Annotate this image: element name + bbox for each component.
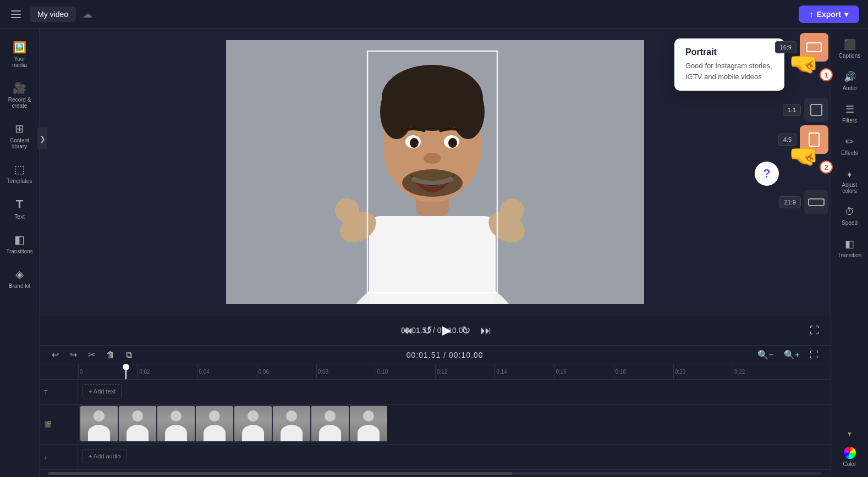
sidebar-label-your-media: Your media — [7, 56, 33, 68]
right-label-transition: Transition — [838, 252, 862, 258]
sidebar-collapse-button[interactable]: ❯ — [37, 127, 47, 149]
hamburger-button[interactable] — [9, 8, 23, 20]
video-preview — [40, 29, 831, 315]
right-item-audio[interactable]: 🔊 Audio — [833, 65, 867, 97]
video-thumb-5 — [234, 406, 272, 441]
svg-rect-2 — [369, 216, 496, 304]
zoom-in-button[interactable]: 🔍+ — [781, 347, 803, 362]
video-thumb-2 — [119, 406, 156, 441]
transitions-icon: ◧ — [14, 233, 25, 246]
content-library-icon: ⊞ — [15, 122, 24, 135]
adjust-colors-icon: ⬧ — [847, 168, 853, 180]
right-label-audio: Audio — [843, 85, 857, 91]
help-button[interactable]: ? — [755, 162, 779, 186]
redo-button[interactable]: ↪ — [67, 347, 80, 362]
sidebar-label-templates: Templates — [7, 178, 32, 184]
brand-kit-icon: ◈ — [15, 268, 24, 281]
fullscreen-button[interactable]: ⛶ — [810, 325, 820, 336]
right-sidebar-chevron-down[interactable]: ▾ — [848, 429, 851, 438]
right-label-effects: Effects — [841, 150, 858, 156]
timeline-scrollbar[interactable] — [48, 472, 822, 475]
ruler-mark-6: 0:12 — [435, 364, 495, 379]
ruler-mark-4: 0:08 — [316, 364, 376, 379]
svg-point-10 — [380, 84, 413, 139]
sidebar-item-brand-kit[interactable]: ◈ Brand kit — [2, 262, 37, 295]
export-label: Export — [817, 10, 841, 19]
svg-point-15 — [448, 138, 457, 148]
add-text-button[interactable]: + Add text — [83, 384, 122, 398]
topbar-right: ↑ Export ▾ — [799, 5, 859, 23]
audio-track-label: ♪ — [40, 445, 78, 469]
timeline-zoom-controls: 🔍− 🔍+ ⛶ — [754, 347, 822, 362]
sidebar-label-transitions: Transitions — [6, 248, 33, 254]
video-track-content — [78, 405, 831, 444]
ruler-mark-11: 0:22 — [733, 364, 792, 379]
sidebar-item-content-library[interactable]: ⊞ Contentlibrary — [2, 117, 37, 155]
ruler-mark-10: 0:20 — [673, 364, 733, 379]
timeline-area: ↩ ↪ ✂ 🗑 ⧉ 00:01.51 / 00:10.00 🔍− 🔍+ ⛶ — [40, 345, 831, 477]
ruler-mark-5: 0:10 — [376, 364, 435, 379]
video-track-icon: 🎬 — [44, 421, 52, 428]
center-area: ⏮ ↺ ▶ ↻ ⏭ 00:01.51 / 00:10.00 ⛶ ↩ ↪ ✂ 🗑 … — [40, 29, 831, 477]
sidebar-label-brand-kit: Brand kit — [9, 283, 30, 289]
ruler-mark-3: 0:06 — [257, 364, 316, 379]
project-name-button[interactable]: My video — [30, 7, 76, 22]
zoom-out-button[interactable]: 🔍− — [754, 347, 777, 362]
video-thumb-6 — [273, 406, 310, 441]
timeline-scrollbar-thumb[interactable] — [48, 472, 513, 475]
timeline-toolbar: ↩ ↪ ✂ 🗑 ⧉ 00:01.51 / 00:10.00 🔍− 🔍+ ⛶ — [40, 346, 831, 364]
sidebar-label-content-library: Contentlibrary — [10, 137, 29, 149]
right-item-color[interactable]: Color — [833, 441, 867, 473]
right-item-transition[interactable]: ◧ Transition — [833, 232, 867, 264]
effects-icon: ✏ — [845, 136, 854, 148]
filters-icon: ☰ — [845, 103, 854, 115]
captions-icon: ⬛ — [844, 38, 856, 51]
sidebar-item-record-create[interactable]: 🎥 Record &create — [2, 76, 37, 114]
right-item-effects[interactable]: ✏ Effects — [833, 130, 867, 162]
topbar-left: My video ☁ — [9, 7, 92, 22]
audio-icon: 🔊 — [844, 71, 856, 83]
right-label-captions: Captions — [839, 53, 860, 59]
video-thumb-8 — [350, 406, 387, 441]
svg-point-6 — [500, 198, 524, 223]
timeline-playhead[interactable] — [125, 364, 127, 379]
right-item-captions[interactable]: ⬛ Captions — [833, 33, 867, 64]
delete-button[interactable]: 🗑 — [103, 348, 118, 362]
undo-button[interactable]: ↩ — [48, 347, 62, 362]
right-item-adjust-colors[interactable]: ⬧ Adjustcolors — [833, 163, 867, 199]
playback-controls: ⏮ ↺ ▶ ↻ ⏭ 00:01.51 / 00:10.00 ⛶ — [40, 315, 831, 345]
video-thumb-4 — [196, 406, 233, 441]
transition-icon: ◧ — [845, 238, 854, 250]
timeline-ruler: 0 0:02 0:04 0:06 0:08 0:10 0:12 0:14 0:1… — [40, 364, 831, 380]
right-item-speed[interactable]: ⏱ Speed — [833, 201, 867, 231]
topbar: My video ☁ ↑ Export ▾ — [0, 0, 868, 29]
right-label-speed: Speed — [842, 220, 858, 226]
video-track: 🎬 — [40, 405, 831, 445]
add-audio-button[interactable]: + Add audio — [83, 449, 127, 463]
skip-to-end-button[interactable]: ⏭ — [481, 324, 492, 337]
right-label-adjust-colors: Adjustcolors — [842, 182, 858, 194]
sidebar-item-your-media[interactable]: 🖼️ Your media — [2, 35, 37, 74]
video-thumb-7 — [311, 406, 349, 441]
svg-point-16 — [424, 153, 441, 164]
audio-track-icon: ♪ — [44, 454, 47, 461]
sidebar-item-templates[interactable]: ⬚ Templates — [2, 157, 37, 190]
preview-container — [226, 40, 644, 304]
cut-button[interactable]: ✂ — [85, 347, 98, 362]
video-thumb-3 — [157, 406, 195, 441]
fit-to-window-button[interactable]: ⛶ — [806, 348, 822, 362]
main-content: 🖼️ Your media 🎥 Record &create ⊞ Content… — [0, 29, 868, 477]
video-person-svg — [226, 40, 644, 304]
right-item-filters[interactable]: ☰ Filters — [833, 98, 867, 129]
sidebar-item-transitions[interactable]: ◧ Transitions — [2, 228, 37, 260]
video-track-label: 🎬 — [40, 405, 78, 444]
duplicate-button[interactable]: ⧉ — [123, 348, 135, 362]
sidebar-item-text[interactable]: T Text — [2, 192, 37, 225]
timeline-time-display: 00:01.51 / 00:10.00 — [140, 351, 750, 359]
right-label-filters: Filters — [842, 118, 857, 124]
ruler-mark-9: 0:18 — [614, 364, 673, 379]
text-track: T + Add text — [40, 380, 831, 405]
audio-track-content: + Add audio — [78, 445, 831, 469]
export-button[interactable]: ↑ Export ▾ — [799, 5, 859, 23]
text-track-label: T — [40, 380, 78, 404]
